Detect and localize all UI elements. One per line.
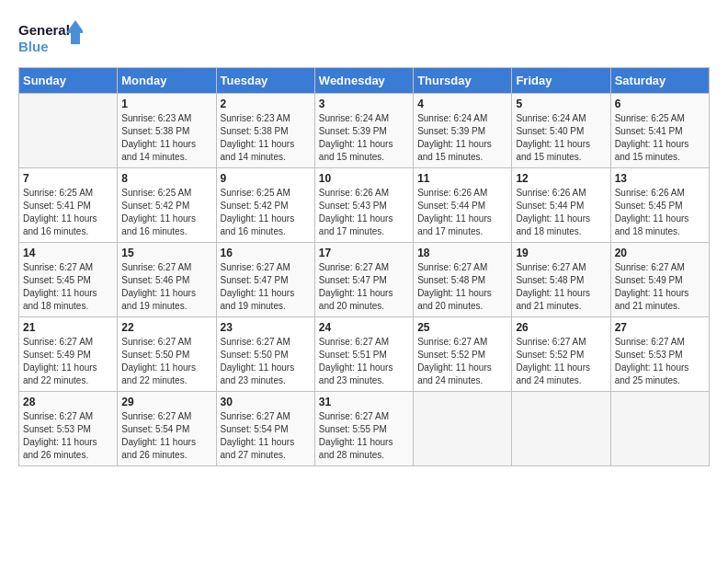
calendar-cell: 17Sunrise: 6:27 AM Sunset: 5:47 PM Dayli… xyxy=(314,243,413,317)
day-number: 7 xyxy=(23,172,113,185)
calendar-cell: 15Sunrise: 6:27 AM Sunset: 5:46 PM Dayli… xyxy=(118,243,216,317)
cell-content: Sunrise: 6:26 AM Sunset: 5:45 PM Dayligh… xyxy=(615,187,705,238)
cell-content: Sunrise: 6:26 AM Sunset: 5:44 PM Dayligh… xyxy=(516,187,606,238)
day-number: 20 xyxy=(615,247,705,259)
cell-content: Sunrise: 6:27 AM Sunset: 5:54 PM Dayligh… xyxy=(121,410,211,462)
day-number: 22 xyxy=(121,321,211,334)
day-number: 29 xyxy=(121,396,211,408)
day-number: 10 xyxy=(319,172,409,185)
week-row-3: 14Sunrise: 6:27 AM Sunset: 5:45 PM Dayli… xyxy=(19,243,710,317)
page-header: General Blue xyxy=(18,18,710,60)
calendar-cell: 1Sunrise: 6:23 AM Sunset: 5:38 PM Daylig… xyxy=(118,94,216,168)
cell-content: Sunrise: 6:27 AM Sunset: 5:50 PM Dayligh… xyxy=(221,336,311,387)
cell-content: Sunrise: 6:25 AM Sunset: 5:41 PM Dayligh… xyxy=(23,187,113,238)
day-number: 19 xyxy=(516,247,606,259)
calendar-cell: 28Sunrise: 6:27 AM Sunset: 5:53 PM Dayli… xyxy=(19,392,118,466)
header-friday: Friday xyxy=(512,68,610,94)
cell-content: Sunrise: 6:27 AM Sunset: 5:53 PM Dayligh… xyxy=(23,410,113,462)
day-number: 8 xyxy=(121,172,211,185)
calendar-cell: 22Sunrise: 6:27 AM Sunset: 5:50 PM Dayli… xyxy=(118,317,216,392)
cell-content: Sunrise: 6:27 AM Sunset: 5:47 PM Dayligh… xyxy=(319,261,409,313)
day-number: 26 xyxy=(516,321,606,334)
calendar-cell: 2Sunrise: 6:23 AM Sunset: 5:38 PM Daylig… xyxy=(216,94,314,168)
day-number: 14 xyxy=(23,247,113,259)
day-number: 23 xyxy=(221,321,311,334)
svg-text:Blue: Blue xyxy=(18,39,49,54)
header-thursday: Thursday xyxy=(414,68,512,94)
cell-content: Sunrise: 6:27 AM Sunset: 5:52 PM Dayligh… xyxy=(417,336,507,387)
day-number: 24 xyxy=(319,321,409,334)
calendar-cell: 13Sunrise: 6:26 AM Sunset: 5:45 PM Dayli… xyxy=(610,168,709,243)
cell-content: Sunrise: 6:23 AM Sunset: 5:38 PM Dayligh… xyxy=(221,112,311,164)
day-number: 2 xyxy=(221,98,311,110)
cell-content: Sunrise: 6:25 AM Sunset: 5:42 PM Dayligh… xyxy=(121,187,211,238)
cell-content: Sunrise: 6:27 AM Sunset: 5:49 PM Dayligh… xyxy=(23,336,113,387)
week-row-5: 28Sunrise: 6:27 AM Sunset: 5:53 PM Dayli… xyxy=(19,392,710,466)
cell-content: Sunrise: 6:24 AM Sunset: 5:40 PM Dayligh… xyxy=(516,112,606,164)
cell-content: Sunrise: 6:25 AM Sunset: 5:42 PM Dayligh… xyxy=(221,187,311,238)
calendar-cell: 4Sunrise: 6:24 AM Sunset: 5:39 PM Daylig… xyxy=(414,94,512,168)
week-row-4: 21Sunrise: 6:27 AM Sunset: 5:49 PM Dayli… xyxy=(19,317,710,392)
day-number: 27 xyxy=(615,321,705,334)
calendar-cell xyxy=(414,392,512,466)
day-number: 18 xyxy=(417,247,507,259)
header-wednesday: Wednesday xyxy=(314,68,413,94)
calendar-cell: 19Sunrise: 6:27 AM Sunset: 5:48 PM Dayli… xyxy=(512,243,610,317)
calendar-cell: 6Sunrise: 6:25 AM Sunset: 5:41 PM Daylig… xyxy=(610,94,709,168)
cell-content: Sunrise: 6:27 AM Sunset: 5:53 PM Dayligh… xyxy=(615,336,705,387)
calendar-cell: 11Sunrise: 6:26 AM Sunset: 5:44 PM Dayli… xyxy=(414,168,512,243)
calendar-cell: 24Sunrise: 6:27 AM Sunset: 5:51 PM Dayli… xyxy=(314,317,413,392)
cell-content: Sunrise: 6:23 AM Sunset: 5:38 PM Dayligh… xyxy=(121,112,211,164)
calendar-cell: 3Sunrise: 6:24 AM Sunset: 5:39 PM Daylig… xyxy=(314,94,413,168)
calendar-cell xyxy=(610,392,709,466)
calendar-cell: 5Sunrise: 6:24 AM Sunset: 5:40 PM Daylig… xyxy=(512,94,610,168)
cell-content: Sunrise: 6:27 AM Sunset: 5:50 PM Dayligh… xyxy=(121,336,211,387)
cell-content: Sunrise: 6:24 AM Sunset: 5:39 PM Dayligh… xyxy=(417,112,507,164)
cell-content: Sunrise: 6:27 AM Sunset: 5:54 PM Dayligh… xyxy=(221,410,311,462)
day-number: 16 xyxy=(221,247,311,259)
cell-content: Sunrise: 6:27 AM Sunset: 5:45 PM Dayligh… xyxy=(23,261,113,313)
cell-content: Sunrise: 6:24 AM Sunset: 5:39 PM Dayligh… xyxy=(319,112,409,164)
day-number: 9 xyxy=(221,172,311,185)
day-number: 15 xyxy=(121,247,211,259)
logo-svg: General Blue xyxy=(18,18,83,60)
cell-content: Sunrise: 6:26 AM Sunset: 5:44 PM Dayligh… xyxy=(417,187,507,238)
day-number: 25 xyxy=(417,321,507,334)
cell-content: Sunrise: 6:27 AM Sunset: 5:55 PM Dayligh… xyxy=(319,410,409,462)
cell-content: Sunrise: 6:27 AM Sunset: 5:48 PM Dayligh… xyxy=(516,261,606,313)
week-row-2: 7Sunrise: 6:25 AM Sunset: 5:41 PM Daylig… xyxy=(19,168,710,243)
day-number: 1 xyxy=(121,98,211,110)
day-number: 17 xyxy=(319,247,409,259)
cell-content: Sunrise: 6:27 AM Sunset: 5:52 PM Dayligh… xyxy=(516,336,606,387)
calendar-cell xyxy=(512,392,610,466)
header-saturday: Saturday xyxy=(610,68,709,94)
day-number: 4 xyxy=(417,98,507,110)
day-number: 21 xyxy=(23,321,113,334)
cell-content: Sunrise: 6:27 AM Sunset: 5:47 PM Dayligh… xyxy=(221,261,311,313)
calendar-cell: 23Sunrise: 6:27 AM Sunset: 5:50 PM Dayli… xyxy=(216,317,314,392)
week-row-1: 1Sunrise: 6:23 AM Sunset: 5:38 PM Daylig… xyxy=(19,94,710,168)
day-number: 3 xyxy=(319,98,409,110)
cell-content: Sunrise: 6:27 AM Sunset: 5:48 PM Dayligh… xyxy=(417,261,507,313)
calendar-cell: 31Sunrise: 6:27 AM Sunset: 5:55 PM Dayli… xyxy=(314,392,413,466)
cell-content: Sunrise: 6:27 AM Sunset: 5:46 PM Dayligh… xyxy=(121,261,211,313)
header-tuesday: Tuesday xyxy=(216,68,314,94)
calendar-cell: 16Sunrise: 6:27 AM Sunset: 5:47 PM Dayli… xyxy=(216,243,314,317)
header-sunday: Sunday xyxy=(19,68,118,94)
calendar-cell: 21Sunrise: 6:27 AM Sunset: 5:49 PM Dayli… xyxy=(19,317,118,392)
calendar-cell: 30Sunrise: 6:27 AM Sunset: 5:54 PM Dayli… xyxy=(216,392,314,466)
cell-content: Sunrise: 6:27 AM Sunset: 5:51 PM Dayligh… xyxy=(319,336,409,387)
day-number: 13 xyxy=(615,172,705,185)
day-number: 6 xyxy=(615,98,705,110)
svg-text:General: General xyxy=(18,22,70,38)
calendar-cell: 29Sunrise: 6:27 AM Sunset: 5:54 PM Dayli… xyxy=(118,392,216,466)
day-number: 30 xyxy=(221,396,311,408)
logo: General Blue xyxy=(18,18,83,60)
header-row: SundayMondayTuesdayWednesdayThursdayFrid… xyxy=(19,68,710,94)
calendar-cell: 8Sunrise: 6:25 AM Sunset: 5:42 PM Daylig… xyxy=(118,168,216,243)
calendar-cell: 18Sunrise: 6:27 AM Sunset: 5:48 PM Dayli… xyxy=(414,243,512,317)
cell-content: Sunrise: 6:25 AM Sunset: 5:41 PM Dayligh… xyxy=(615,112,705,164)
calendar-cell: 10Sunrise: 6:26 AM Sunset: 5:43 PM Dayli… xyxy=(314,168,413,243)
calendar-cell xyxy=(19,94,118,168)
calendar-cell: 9Sunrise: 6:25 AM Sunset: 5:42 PM Daylig… xyxy=(216,168,314,243)
